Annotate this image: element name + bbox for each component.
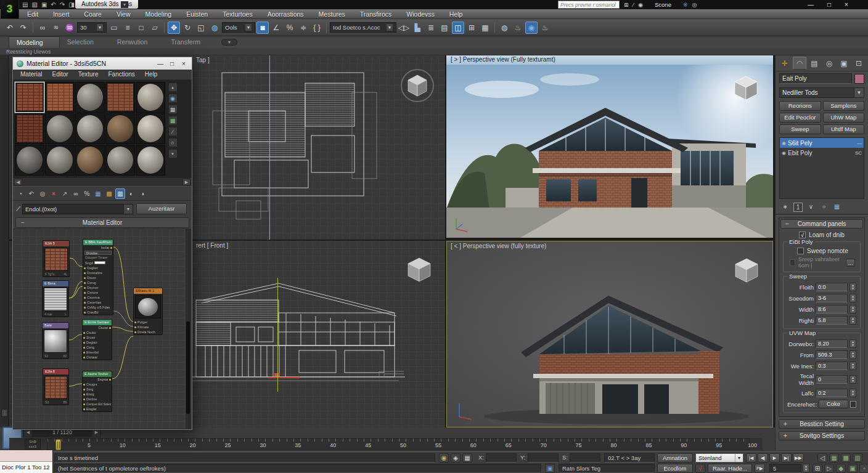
sample-sphere-icon[interactable]: ◉ xyxy=(168,94,178,103)
curve-editor-icon[interactable]: ◫ xyxy=(452,22,464,34)
timeline-playhead[interactable] xyxy=(55,439,61,450)
node-socket[interactable]: Srustr xyxy=(83,335,112,340)
object-color-swatch[interactable] xyxy=(854,74,864,84)
percent-snap-icon[interactable]: % xyxy=(284,22,296,34)
undo-quick-icon[interactable]: ↶ xyxy=(51,1,55,9)
set-key-button[interactable]: Ecodlom xyxy=(657,464,693,473)
me-menu-item[interactable]: Editor xyxy=(47,70,73,79)
sign-in-label[interactable]: Scone xyxy=(655,1,671,8)
eyedropper-icon[interactable]: ∕ xyxy=(17,204,20,213)
viewport-perspective-bottom[interactable]: [ < ] Perspective view (fully texture) xyxy=(446,241,773,427)
menu-item[interactable]: Insert xyxy=(46,9,76,18)
layer-manager-icon[interactable]: ≣ xyxy=(425,22,437,34)
menu-item[interactable]: View xyxy=(109,9,138,18)
minimize-button[interactable]: — xyxy=(808,1,814,8)
go-start-icon[interactable]: |◀ xyxy=(746,453,756,463)
browse-button[interactable]: ... xyxy=(846,259,855,267)
workspace-icon[interactable]: ◨ xyxy=(68,1,74,9)
ribbon-collapse-icon[interactable]: ▼ xyxy=(221,39,237,46)
node-socket[interactable]: CsMg cr5.Fdas xyxy=(83,305,113,310)
material-node-output[interactable]: ERtasiu M 1 PotgerKlimateDirela Noch xyxy=(133,288,163,335)
node-socket[interactable]: Csrug xyxy=(83,280,113,285)
parameter-field[interactable]: 509.3 xyxy=(816,350,848,359)
create-tab-icon[interactable]: ✛ xyxy=(778,57,792,70)
node-socket[interactable]: Dsrtlne xyxy=(83,397,112,402)
scene-explorer-icon[interactable]: ▦ xyxy=(479,22,491,34)
node-graph-scrollbar[interactable] xyxy=(186,229,190,429)
node-socket[interactable]: Csunma xyxy=(83,295,113,300)
fence-region-icon[interactable]: ▱ xyxy=(149,22,161,34)
scroll-right-icon[interactable]: ▶ xyxy=(182,179,190,185)
menu-item[interactable]: Euisten xyxy=(179,9,215,18)
parameter-field[interactable]: 5.8 xyxy=(816,316,848,325)
parameter-field[interactable]: 0:0 xyxy=(816,283,848,291)
configure-modifier-icon[interactable]: ▦ xyxy=(832,203,841,212)
viewcube-top[interactable] xyxy=(399,68,435,103)
timeline-ruler[interactable]: 5101520253035404550556065707580859095100 xyxy=(47,438,750,450)
material-swatch[interactable] xyxy=(136,145,165,176)
select-scale-icon[interactable]: ◱ xyxy=(195,22,207,34)
unlink-icon[interactable]: ≋ xyxy=(50,22,62,34)
close-button[interactable]: × xyxy=(845,1,848,8)
viewport-perspective-top-label[interactable]: [ > ] Perspective view (Fully texturamt) xyxy=(446,55,773,65)
spinner[interactable]: ▲▼ xyxy=(850,339,856,348)
viewport-top-label[interactable]: Tap ] xyxy=(196,57,210,63)
settings-icon[interactable]: ※ xyxy=(683,2,688,8)
modify-tab-icon[interactable]: ◠ xyxy=(793,57,806,70)
redo-icon[interactable]: ↷ xyxy=(17,22,30,34)
default-tangent-icon[interactable]: ◁ xyxy=(817,453,827,463)
edit-selection-set-icon[interactable]: { } xyxy=(311,22,323,34)
isolate-toggle-icon[interactable]: ◉ xyxy=(439,453,449,463)
select-by-name-icon[interactable]: ≡ xyxy=(121,22,134,34)
material-name-dropdown[interactable]: Endol.(0xot)▼ xyxy=(22,204,133,214)
coke-button[interactable]: Coke xyxy=(819,400,848,408)
put-to-library-icon[interactable]: ↶ xyxy=(27,188,36,199)
pattern-background-icon[interactable]: ▩ xyxy=(168,116,178,125)
material-node-generator[interactable]: E Ernra Gemaer Csuiat CsukoSrustrDeglatr… xyxy=(82,319,112,360)
modifier-stack-row[interactable]: ◉ Ebit Poly SC xyxy=(780,148,864,158)
bookmark-icon[interactable]: ⊞ xyxy=(624,2,629,8)
app-logo-icon[interactable]: 3 xyxy=(1,0,19,18)
open-file-icon[interactable]: ▧ xyxy=(31,1,37,9)
me-close-button[interactable]: × xyxy=(179,60,188,67)
material-apply-button[interactable]: Auzeritasr xyxy=(136,203,187,214)
material-swatch[interactable] xyxy=(136,113,165,144)
material-swatch[interactable] xyxy=(136,82,165,113)
spinner[interactable]: ▲▼ xyxy=(850,350,856,359)
render-setup-icon[interactable]: ♨ xyxy=(512,22,524,34)
material-swatch[interactable] xyxy=(45,113,75,144)
ribbon-tab[interactable]: Renwution xyxy=(110,36,164,48)
remove-modifier-icon[interactable]: ○ xyxy=(819,203,829,212)
maxscript-mini-listener[interactable]: Dioc Plor 1 Too 12 xyxy=(0,450,53,473)
time-config-icon[interactable]: ⊞ xyxy=(813,464,822,473)
node-socket[interactable]: Csugrs xyxy=(83,382,112,387)
delete-material-icon[interactable]: × xyxy=(49,188,59,199)
align-icon[interactable]: ▙ xyxy=(411,22,424,34)
me-minimize-button[interactable]: — xyxy=(156,60,165,67)
material-node-shader[interactable]: E BBrk KauRhsm Isolat Drostise Gduperi T… xyxy=(83,239,113,315)
snap-toggle-icon[interactable]: ◙ xyxy=(256,22,269,34)
utilities-tab-icon[interactable]: ⊡ xyxy=(852,57,866,70)
bind-spacewarp-icon[interactable]: ♒ xyxy=(63,22,76,34)
ribbon-tab[interactable]: Transferm xyxy=(163,36,216,48)
track-bar[interactable]: SttBcxx3 5101520253035404550556065707580… xyxy=(9,438,763,450)
modifier-button[interactable]: Reorions xyxy=(779,101,821,111)
me-maximize-button[interactable]: □ xyxy=(168,60,176,67)
blue-grid-icon[interactable]: ▦ xyxy=(93,188,103,199)
menu-item[interactable]: Edit xyxy=(20,9,46,18)
checkbox-disabled[interactable] xyxy=(790,259,795,266)
node-socket[interactable]: Csrtaar xyxy=(83,355,112,360)
spinner[interactable]: ▲▼ xyxy=(850,283,856,291)
node-socket[interactable]: Csrtpet Ed Sdetr xyxy=(83,402,112,406)
spinner[interactable]: ▲▼ xyxy=(850,389,856,397)
node-socket[interactable]: Eisglar xyxy=(83,406,112,411)
node-socket[interactable]: Eisenbd xyxy=(83,350,112,355)
collapsed-rollout[interactable]: +Bessticn Setting xyxy=(779,419,865,429)
modifier-button[interactable]: Sweep xyxy=(779,124,821,134)
keyable-icon[interactable]: √ xyxy=(695,464,705,473)
spinner[interactable]: ▲▼ xyxy=(850,375,856,384)
key-filter-b-icon[interactable]: ▩ xyxy=(841,453,851,463)
options-sphere-icon[interactable]: ◑ xyxy=(137,188,147,199)
viewcube-perspective[interactable] xyxy=(730,73,762,102)
mini-curve-icon[interactable]: ▫ xyxy=(859,464,868,473)
